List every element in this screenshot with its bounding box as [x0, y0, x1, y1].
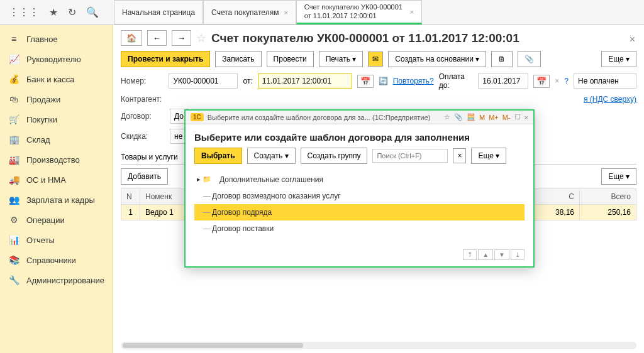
sidebar-item-main[interactable]: ≡Главное	[0, 29, 113, 49]
from-label: от:	[243, 77, 252, 85]
search-icon[interactable]: 🔍	[86, 6, 99, 18]
number-label: Номер:	[121, 77, 164, 85]
sidebar-item-manager[interactable]: 📈Руководителю	[0, 49, 113, 69]
sidebar-item-prod[interactable]: 🏭Производство	[0, 149, 113, 170]
sidebar-item-salary[interactable]: 👥Зарплата и кадры	[0, 190, 113, 210]
tool-calc-icon[interactable]: 🧮	[467, 113, 475, 121]
close-icon[interactable]: ×	[284, 9, 287, 16]
sidebar-item-bank[interactable]: 💰Банк и касса	[0, 69, 113, 89]
sidebar-item-refs[interactable]: 📚Справочники	[0, 250, 113, 270]
gear-icon: ⚙	[9, 215, 19, 225]
more2-button[interactable]: Еще ▾	[601, 168, 636, 185]
template-modal: 1C Выберите или создайте шаблон договора…	[184, 109, 535, 268]
favorite-icon[interactable]: ☆	[196, 31, 206, 45]
money-icon: 💰	[9, 74, 19, 84]
back-button[interactable]: ←	[147, 30, 167, 46]
col-total: Всего	[580, 189, 636, 205]
history-icon[interactable]: ↻	[68, 6, 76, 18]
sidebar-item-reports[interactable]: 📊Отчеты	[0, 230, 113, 250]
bar-icon: 📊	[9, 235, 19, 245]
sidebar-item-admin[interactable]: 🔧Администрирование	[0, 270, 113, 290]
search-input[interactable]	[372, 149, 448, 163]
col-c: С	[530, 189, 580, 205]
mail-button[interactable]: ✉	[368, 52, 383, 67]
sidebar-item-buy[interactable]: 🛒Покупки	[0, 109, 113, 129]
col-n: N	[121, 189, 140, 205]
close-doc-button[interactable]: ×	[630, 34, 635, 45]
pay-label: Оплата до:	[439, 72, 474, 90]
nav-last-icon[interactable]: ⤓	[511, 249, 525, 260]
building-icon: 🏢	[9, 134, 19, 144]
calendar-icon[interactable]: 📅	[533, 75, 550, 88]
tool-star-icon[interactable]: ☆	[444, 113, 450, 121]
tool-mplus[interactable]: M+	[489, 114, 499, 121]
list-item-selected[interactable]: Договор подряда	[194, 204, 525, 220]
sidebar-item-ops[interactable]: ⚙Операции	[0, 210, 113, 230]
apps-icon[interactable]: ⋮⋮⋮	[9, 6, 39, 18]
tab-invoices[interactable]: Счета покупателям×	[203, 0, 296, 24]
bag-icon: 🛍	[9, 94, 19, 104]
list-item[interactable]: Договор возмездного оказания услуг	[194, 188, 525, 204]
factory-icon: 🏭	[9, 155, 19, 165]
repeat-icon[interactable]: 🔄	[379, 77, 388, 85]
sidebar-item-sales[interactable]: 🛍Продажи	[0, 89, 113, 109]
nav-down-icon[interactable]: ▼	[494, 249, 509, 260]
star-icon[interactable]: ★	[49, 6, 58, 18]
number-field[interactable]	[169, 73, 238, 89]
tool-mminus[interactable]: M-	[502, 114, 511, 121]
sidebar-item-stock[interactable]: 🏢Склад	[0, 129, 113, 149]
tool-clip-icon[interactable]: 📎	[454, 113, 463, 121]
discount-label: Скидка:	[121, 132, 165, 141]
home-button[interactable]: 🏠	[121, 30, 142, 46]
pay-status-field[interactable]	[574, 73, 636, 89]
doc-icon-button[interactable]: 🗎	[491, 51, 513, 67]
nds-link[interactable]: я (НДС сверху)	[584, 95, 636, 104]
contract-label: Договор:	[121, 112, 165, 121]
page-title: Счет покупателю УК00-000001 от 11.01.201…	[211, 31, 519, 45]
clip-button[interactable]: 📎	[518, 51, 541, 67]
truck-icon: 🚚	[9, 175, 19, 185]
app-badge: 1C	[191, 113, 204, 121]
select-button[interactable]: Выбрать	[194, 148, 242, 164]
create-button[interactable]: Создать ▾	[247, 148, 296, 164]
book-icon: 📚	[9, 255, 19, 265]
modal-more-button[interactable]: Еще ▾	[471, 148, 506, 164]
sidebar: ≡Главное 📈Руководителю 💰Банк и касса 🛍Пр…	[0, 25, 113, 353]
list-item-folder[interactable]: Дополнительные соглашения	[194, 171, 525, 188]
more-button[interactable]: Еще ▾	[601, 51, 636, 67]
create-group-button[interactable]: Создать группу	[301, 148, 368, 164]
tool-restore-icon[interactable]: ☐	[514, 113, 521, 121]
sidebar-item-os[interactable]: 🚚ОС и НМА	[0, 170, 113, 190]
modal-wintitle: Выберите или создайте шаблон договора дл…	[208, 114, 430, 121]
repeat-link[interactable]: Повторять?	[393, 77, 434, 85]
calendar-icon[interactable]: 📅	[357, 75, 374, 88]
tab-home[interactable]: Начальная страница	[114, 0, 203, 24]
cart-icon: 🛒	[9, 114, 19, 124]
close-icon[interactable]: ×	[409, 8, 413, 16]
scrollbar-h[interactable]	[121, 342, 636, 349]
menu-icon: ≡	[9, 34, 19, 44]
run-close-button[interactable]: Провести и закрыть	[121, 51, 210, 67]
fwd-button[interactable]: →	[172, 30, 191, 46]
contr-label: Контрагент:	[121, 95, 165, 104]
save-button[interactable]: Записать	[215, 51, 261, 67]
print-button[interactable]: Печать ▾	[319, 51, 364, 67]
search-clear-button[interactable]: ×	[453, 148, 466, 163]
wrench-icon: 🔧	[9, 275, 19, 285]
list-item[interactable]: Договор поставки	[194, 220, 525, 237]
tool-close-icon[interactable]: ×	[525, 114, 528, 121]
modal-title: Выберите или создайте шаблон договора дл…	[186, 124, 533, 148]
tab-invoice-current[interactable]: Счет покупателю УК00-000001 от 11.01.201…	[296, 0, 422, 24]
date-field[interactable]	[258, 73, 352, 89]
people-icon: 👥	[9, 195, 19, 205]
topbar: ⋮⋮⋮ ★ ↻ 🔍 Начальная страница Счета покуп…	[0, 0, 644, 25]
tool-m[interactable]: M	[479, 114, 485, 121]
run-button[interactable]: Провести	[267, 51, 314, 67]
chart-icon: 📈	[9, 54, 19, 64]
add-button[interactable]: Добавить	[121, 168, 168, 185]
create-on-button[interactable]: Создать на основании ▾	[388, 51, 486, 67]
nav-up-icon[interactable]: ▲	[478, 249, 493, 260]
pay-date-field[interactable]	[478, 73, 528, 89]
nav-first-icon[interactable]: ⤒	[463, 249, 477, 260]
template-list: Дополнительные соглашения Договор возмез…	[186, 169, 533, 239]
